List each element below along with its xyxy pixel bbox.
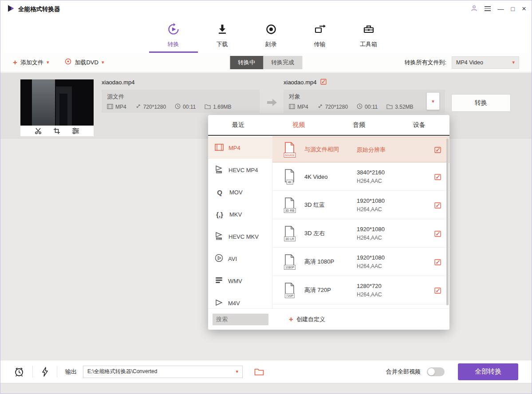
mp4-icon xyxy=(215,144,224,152)
popup-tab-audio[interactable]: 音频 xyxy=(329,115,389,135)
add-file-button[interactable]: + 添加文件 ▾ xyxy=(13,59,49,67)
svg-text:HEVC: HEVC xyxy=(217,237,222,240)
format-item-avi[interactable]: AVI xyxy=(208,248,272,270)
queue-tabs: 转换中 转换完成 xyxy=(230,56,302,69)
high-speed-lightning-icon[interactable] xyxy=(41,366,49,377)
account-icon[interactable] xyxy=(471,5,477,12)
tab-burn[interactable]: 刻录 xyxy=(255,18,288,53)
tab-finished[interactable]: 转换完成 xyxy=(263,56,302,69)
tab-convert[interactable]: 转换 xyxy=(157,18,190,53)
bottom-bar: 输出 ▾ 合并全部视频 全部转换 xyxy=(0,360,532,383)
format-item-mov[interactable]: Q MOV xyxy=(208,181,272,203)
format-item-wmv[interactable]: WMV xyxy=(208,270,272,292)
preset-edit-icon[interactable] xyxy=(434,146,441,153)
preset-scrollbar[interactable] xyxy=(446,138,449,305)
mkv-icon: {,} xyxy=(215,211,225,218)
convert-all-to-label: 转换所有文件到: xyxy=(404,59,446,67)
svg-text:HEVC: HEVC xyxy=(217,171,222,173)
merge-toggle[interactable] xyxy=(427,367,445,376)
divider xyxy=(32,366,33,378)
format-list: MP4 HEVC HEVC MP4 Q MOV {,} MKV HEVC HEV… xyxy=(208,137,272,308)
crop-icon[interactable] xyxy=(53,127,60,134)
tab-transfer[interactable]: 传输 xyxy=(303,18,336,53)
video-thumbnail[interactable] xyxy=(20,79,94,126)
output-format-select[interactable]: MP4 Video ▾ xyxy=(452,56,519,69)
create-custom-button[interactable]: + 创建自定义 xyxy=(289,315,325,323)
tab-convert-label: 转换 xyxy=(168,40,179,48)
chevron-down-icon[interactable]: ▾ xyxy=(236,369,238,374)
output-format-value: MP4 Video xyxy=(456,59,512,66)
preset-hd-1080p[interactable]: 1080P 高清 1080P 1920*1080 H264,AAC xyxy=(272,248,449,276)
divider xyxy=(57,366,57,378)
chevron-down-icon: ▾ xyxy=(102,60,104,65)
format-item-mkv[interactable]: {,} MKV xyxy=(208,203,272,225)
hevc-mkv-icon: HEVC xyxy=(215,232,224,241)
trim-scissors-icon[interactable] xyxy=(35,127,42,134)
open-folder-icon[interactable] xyxy=(254,368,264,376)
popup-footer: + 创建自定义 xyxy=(208,308,449,330)
resolution-icon xyxy=(135,103,141,110)
preset-3d-left-right[interactable]: 3D LR 3D 左右 1920*1080 H264,AAC xyxy=(272,219,449,248)
convert-row-button[interactable]: 转换 xyxy=(451,94,511,112)
search-input[interactable] xyxy=(213,314,268,325)
preset-same-as-source[interactable]: source 与源文件相同 原始分辨率 xyxy=(272,137,449,162)
tab-converting[interactable]: 转换中 xyxy=(230,56,263,69)
plus-icon: + xyxy=(289,315,293,323)
format-film-icon xyxy=(107,104,113,110)
preset-edit-icon[interactable] xyxy=(434,230,441,237)
menu-icon[interactable] xyxy=(485,5,491,12)
load-dvd-button[interactable]: 加载DVD ▾ xyxy=(65,58,104,67)
video-file-icon: 720P xyxy=(284,283,296,298)
preset-list: source 与源文件相同 原始分辨率 4K 4K Video 384 xyxy=(272,137,449,308)
minimize-button[interactable]: — xyxy=(498,6,504,12)
preset-edit-icon[interactable] xyxy=(434,173,441,180)
tab-toolbox-label: 工具箱 xyxy=(360,40,377,48)
source-section-label: 源文件 xyxy=(107,93,254,101)
main-nav: 转换 下载 刻录 传输 xyxy=(0,18,532,53)
preset-edit-icon[interactable] xyxy=(434,258,441,265)
format-item-mp4[interactable]: MP4 xyxy=(208,137,272,159)
tab-download[interactable]: 下载 xyxy=(206,18,239,53)
tab-download-label: 下载 xyxy=(217,40,228,48)
format-item-m4v[interactable]: M4V xyxy=(208,292,272,308)
schedule-alarm-icon[interactable] xyxy=(14,366,24,377)
popup-tab-device[interactable]: 设备 xyxy=(389,115,449,135)
video-file-icon: 3D LR xyxy=(284,226,296,241)
convert-all-button[interactable]: 全部转换 xyxy=(458,363,518,380)
rename-edit-icon[interactable] xyxy=(320,78,327,87)
format-item-hevc-mp4[interactable]: HEVC HEVC MP4 xyxy=(208,159,272,181)
output-path-input[interactable] xyxy=(87,369,236,375)
tab-toolbox[interactable]: 工具箱 xyxy=(352,18,385,53)
format-popup: 最近 视频 音频 设备 MP4 HEVC HEVC MP4 Q MOV xyxy=(208,115,449,330)
filesize-folder-icon xyxy=(205,104,211,110)
chevron-down-icon: ▾ xyxy=(432,99,434,104)
source-file-name: xiaodao.mp4 xyxy=(102,79,134,86)
source-info-box: 源文件 MP4 720*1280 00:11 1.69MB xyxy=(102,90,260,113)
mov-quicktime-icon: Q xyxy=(215,189,225,196)
chevron-down-icon: ▾ xyxy=(512,60,515,65)
target-file-name: xiaodao.mp4 xyxy=(284,79,316,86)
chevron-down-icon: ▾ xyxy=(47,60,49,65)
preset-3d-red-blue[interactable]: 3D RB 3D 红蓝 1920*1080 H264,AAC xyxy=(272,191,449,219)
m4v-icon xyxy=(215,299,223,307)
close-button[interactable]: × xyxy=(522,5,526,12)
duration-clock-icon xyxy=(357,103,363,110)
preset-4k-video[interactable]: 4K 4K Video 3840*2160 H264,AAC xyxy=(272,162,449,191)
target-format-dropdown-button[interactable]: ▾ xyxy=(426,92,440,110)
preset-edit-icon[interactable] xyxy=(434,201,441,209)
effects-sliders-icon[interactable] xyxy=(72,127,79,134)
format-item-hevc-mkv[interactable]: HEVC HEVC MKV xyxy=(208,225,272,248)
video-file-icon: 3D RB xyxy=(284,197,296,213)
toggle-knob xyxy=(428,368,435,375)
popup-tab-video[interactable]: 视频 xyxy=(268,115,329,135)
toolbar: + 添加文件 ▾ 加载DVD ▾ 转换中 转换完成 转换所有文件到: MP4 V… xyxy=(0,53,532,72)
plus-icon: + xyxy=(13,59,17,66)
app-title: 全能格式转换器 xyxy=(18,5,60,13)
transfer-icon xyxy=(314,23,326,37)
preset-hd-720p[interactable]: 720P 高清 720P 1280*720 H264,AAC xyxy=(272,276,449,304)
download-icon xyxy=(216,23,229,37)
preset-edit-icon[interactable] xyxy=(434,287,441,294)
maximize-button[interactable]: □ xyxy=(511,6,515,12)
burn-disc-icon xyxy=(265,23,277,37)
popup-tab-recent[interactable]: 最近 xyxy=(208,115,268,135)
